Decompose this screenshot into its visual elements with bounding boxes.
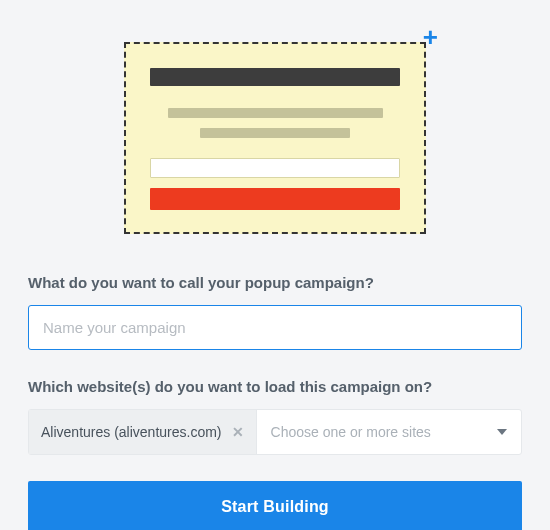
campaign-name-label: What do you want to call your popup camp… [28,274,522,291]
popup-preview-wrap: + [124,42,426,234]
campaign-name-section: What do you want to call your popup camp… [28,274,522,350]
preview-cta-bar [150,188,400,210]
site-dropdown-placeholder: Choose one or more sites [271,424,431,440]
plus-icon: + [423,24,438,50]
preview-text-bar-1 [168,108,383,118]
preview-text-bar-2 [200,128,350,138]
preview-headline-bar [150,68,400,86]
start-building-button[interactable]: Start Building [28,481,522,530]
popup-preview [124,42,426,234]
selected-site-tag: Aliventures (aliventures.com) ✕ [29,410,257,454]
website-section: Which website(s) do you want to load thi… [28,378,522,455]
preview-input-bar [150,158,400,178]
campaign-name-input[interactable] [28,305,522,350]
campaign-create-form: + What do you want to call your popup ca… [0,42,550,530]
selected-site-text: Aliventures (aliventures.com) [41,424,222,440]
remove-site-icon[interactable]: ✕ [232,424,244,440]
chevron-down-icon [497,429,507,435]
website-multiselect[interactable]: Aliventures (aliventures.com) ✕ Choose o… [28,409,522,455]
site-dropdown[interactable]: Choose one or more sites [257,410,521,454]
website-label: Which website(s) do you want to load thi… [28,378,522,395]
